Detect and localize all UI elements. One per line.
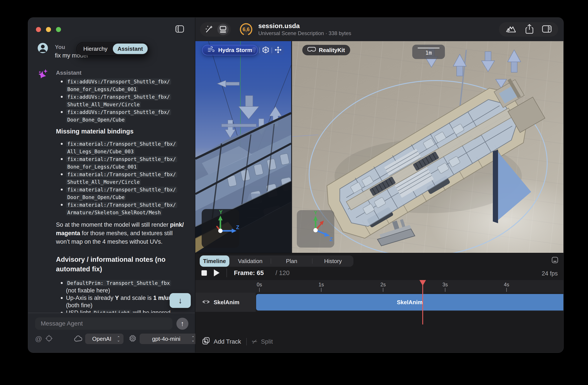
material-fix-list: fix:material:/Transport_Shuttle_fbx/All_…	[60, 140, 186, 216]
code-path: fix:addUVs:/Transport_Shuttle_fbx/Bone_f…	[66, 79, 171, 92]
scroll-to-bottom-button[interactable]: ↓	[170, 293, 191, 308]
document-subtitle: Universal Scene Description · 338 bytes	[258, 30, 351, 37]
code-path: fix:material:/Transport_Shuttle_fbx/Door…	[66, 187, 177, 200]
renderer-badge-realitykit[interactable]: RealityKit	[302, 45, 350, 55]
orientation-gizmo[interactable]: Y Z	[297, 210, 334, 248]
message-input[interactable]	[35, 318, 172, 330]
add-track-label: Add Track	[214, 338, 241, 345]
scale-bar	[418, 48, 440, 48]
send-button[interactable]: ↑	[176, 318, 188, 330]
model-select[interactable]: gpt-4o-mini ⌃⌃	[140, 334, 198, 344]
chat-titlebar	[28, 18, 195, 41]
magic-wand-icon[interactable]	[205, 24, 214, 35]
sparkle-icon	[38, 69, 49, 80]
code-path: fix:material:/Transport_Shuttle_fbx/All_…	[66, 141, 177, 155]
list-item: fix:material:/Transport_Shuttle_fbx/All_…	[60, 140, 181, 155]
share-icon[interactable]	[525, 24, 533, 35]
list-item: fix:addUVs:/Transport_Shuttle_fbx/Door_B…	[60, 108, 181, 124]
target-icon[interactable]	[45, 335, 53, 343]
list-item: fix:material:/Transport_Shuttle_fbx/Arma…	[60, 201, 181, 216]
advisory-list: DefaultPrim: Transport_Shuttle_fbx (not …	[60, 279, 186, 313]
ruler-label: 3s	[442, 282, 448, 288]
timeline-panel: Timeline Validation Plan History Frame: …	[195, 253, 563, 353]
up-arrow-icon: ↑	[181, 320, 184, 328]
right-sidebar-toggle-icon[interactable]	[542, 25, 552, 34]
code-path: fix:material:/Transport_Shuttle_fbx/Arma…	[66, 202, 177, 215]
collapse-panel-icon[interactable]	[552, 257, 558, 264]
split-label: Split	[261, 338, 273, 345]
tab-hierarchy[interactable]: Hierarchy	[78, 43, 113, 54]
move-tool-icon[interactable]	[275, 46, 282, 54]
code-path: fix:addUVs:/Transport_Shuttle_fbx/Shuttl…	[66, 94, 171, 107]
renderer-name: Hydra Storm	[218, 47, 252, 54]
axis-y-label: Y	[314, 210, 317, 215]
goggles-icon	[308, 47, 316, 54]
list-item: fix:material:/Transport_Shuttle_fbx/Door…	[60, 186, 181, 201]
sidebar-toggle-icon[interactable]	[175, 25, 184, 34]
orientation-gizmo[interactable]: Y Z	[202, 209, 239, 248]
renderer-name: RealityKit	[319, 47, 345, 54]
bounds-cube-icon[interactable]	[262, 46, 269, 54]
tab-validation[interactable]: Validation	[230, 256, 271, 267]
view-mode-toolbar	[200, 22, 231, 37]
document-title: session.usda	[258, 22, 351, 30]
ruler-label: 4s	[504, 282, 509, 288]
viewport-realitykit[interactable]: RealityKit 1m	[292, 41, 563, 253]
clip-label: SkelAnim	[397, 299, 423, 306]
code-path: fix:addUVs:/Transport_Shuttle_fbx/Door_B…	[66, 109, 171, 123]
play-button[interactable]	[214, 269, 220, 276]
renderer-badge-hydra[interactable]: Hydra Storm	[202, 45, 258, 55]
main-titlebar: 6,6 session.usda Universal Scene Descrip…	[195, 18, 563, 41]
visibility-eye-icon[interactable]	[202, 299, 210, 306]
tab-history[interactable]: History	[313, 256, 354, 267]
list-item: fix:material:/Transport_Shuttle_fbx/Bone…	[60, 155, 181, 171]
animation-clip[interactable]: SkelAnim	[256, 294, 563, 311]
viewport-split: Hydra Storm	[195, 41, 563, 253]
issue-count: 6,6	[240, 23, 253, 36]
issue-count-badge[interactable]: 6,6	[240, 23, 253, 36]
track-name: SkelAnim	[214, 299, 240, 306]
panel-mode-switcher: Hierarchy Assistant	[76, 42, 149, 55]
chat-transcript[interactable]: You fix my model Assistant	[28, 41, 195, 313]
add-track-button[interactable]: Add Track	[202, 337, 241, 346]
screen: Hierarchy Assistant You fix my model	[0, 0, 588, 385]
close-button[interactable]	[36, 27, 41, 32]
user-avatar-icon	[38, 43, 48, 53]
viewport-hydra[interactable]: Hydra Storm	[195, 41, 291, 253]
list-item: Up-Axis is already Y and scale is 1 m/un…	[60, 294, 181, 309]
code-path: fix:material:/Transport_Shuttle_fbx/Bone…	[66, 156, 177, 170]
axis-z-label: Z	[236, 224, 239, 230]
split-button[interactable]: ✂ Split	[252, 338, 273, 345]
track-row: SkelAnim SkelAnim	[195, 293, 563, 312]
assistant-message: Assistant fix:addUVs:/Transport_Shuttle_…	[38, 69, 186, 313]
frame-total: / 120	[275, 269, 290, 277]
track-header: SkelAnim	[195, 293, 256, 312]
tab-assistant[interactable]: Assistant	[113, 43, 148, 54]
frame-counter: Frame: 65	[234, 269, 264, 277]
code-default-prim: DefaultPrim: Transport_Shuttle_fbx	[66, 280, 171, 286]
main-area: 6,6 session.usda Universal Scene Descrip…	[195, 18, 563, 353]
time-ruler[interactable]: 0s 1s 2s 3s 4s	[195, 280, 563, 293]
axis-y-label: Y	[219, 209, 223, 215]
bottom-tabs: Timeline Validation Plan History	[200, 256, 354, 267]
environment-icon[interactable]	[505, 25, 517, 34]
stop-button[interactable]	[201, 270, 207, 276]
tab-plan[interactable]: Plan	[271, 256, 312, 267]
chevron-updown-icon: ⌃⌃	[117, 337, 120, 341]
uv-fix-list: fix:addUVs:/Transport_Shuttle_fbx/Bone_f…	[60, 78, 186, 124]
provider-value: OpenAI	[90, 336, 113, 342]
scale-label: 1m	[425, 50, 432, 56]
zoom-button[interactable]	[56, 27, 61, 32]
window-toolbar-right	[499, 22, 558, 37]
track-lane[interactable]: SkelAnim	[256, 293, 563, 312]
axis-z-label: Z	[330, 236, 333, 242]
minimize-button[interactable]	[46, 27, 51, 32]
list-item: fix:material:/Transport_Shuttle_fbx/Shut…	[60, 171, 181, 186]
tab-timeline[interactable]: Timeline	[200, 256, 229, 267]
mention-icon[interactable]: @	[35, 335, 42, 343]
inspector-view-button[interactable]	[217, 24, 229, 35]
provider-select[interactable]: OpenAI ⌃⌃	[85, 334, 124, 344]
fps-indicator: 24 fps	[542, 270, 558, 277]
timeline-footer: Add Track ✂ Split	[202, 337, 273, 346]
traffic-lights	[36, 27, 61, 32]
